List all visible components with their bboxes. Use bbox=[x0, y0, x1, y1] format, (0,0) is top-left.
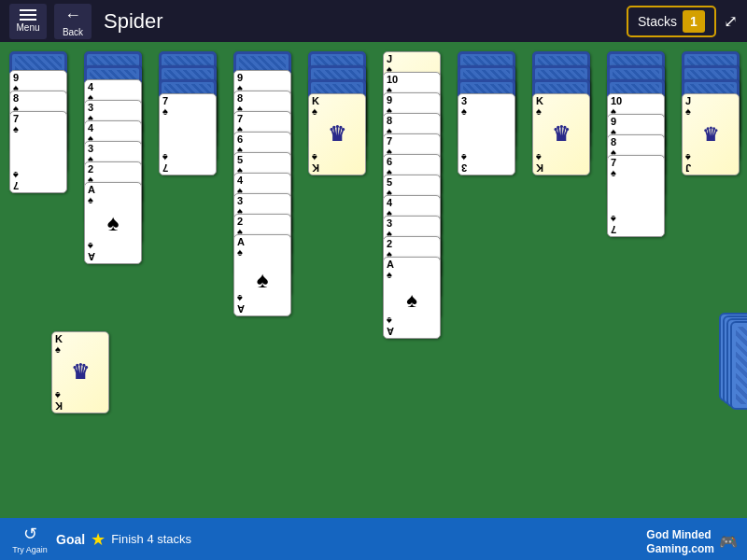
card-7-spades-c9[interactable]: 7♠ 7♠ bbox=[607, 155, 665, 237]
back-button[interactable]: ← Back bbox=[54, 4, 92, 39]
back-label: Back bbox=[63, 27, 83, 37]
goal-star-icon: ★ bbox=[91, 529, 106, 550]
stacks-badge: Stacks 1 bbox=[627, 6, 716, 37]
footer-bar: ↺ Try Again Goal ★ Finish 4 stacks God M… bbox=[0, 518, 747, 560]
game-area: 9♠ 9♠ 8♠ 8♠ 7♠ 7♠ 4♠ 4♠ 3♠ 3♠ 4♠ 4♠ bbox=[0, 42, 747, 518]
card-3-spades-c7[interactable]: 3♠ 3♠ bbox=[458, 93, 515, 175]
card-ace-spades-c6[interactable]: A♠ ♠ A♠ bbox=[383, 257, 441, 339]
try-again-icon: ↺ bbox=[23, 524, 37, 544]
watermark-line2: Gaming.com bbox=[646, 542, 714, 555]
header-bar: Menu ← Back Spider Stacks 1 ⤢ bbox=[0, 0, 747, 42]
goal-section: Goal ★ Finish 4 stacks bbox=[56, 529, 191, 550]
card-7-spades-col3[interactable]: 7♠ 7♠ bbox=[159, 93, 217, 175]
watermark: God Minded Gaming.com 🎮 bbox=[646, 528, 738, 555]
card-ace-spades[interactable]: A♠ ♠ A♠ bbox=[84, 182, 142, 264]
try-again-label: Try Again bbox=[12, 545, 48, 554]
menu-label: Menu bbox=[16, 22, 39, 33]
goal-text: Finish 4 stacks bbox=[111, 532, 191, 546]
try-again-button[interactable]: ↺ Try Again bbox=[11, 524, 49, 554]
expand-button[interactable]: ⤢ bbox=[724, 11, 738, 32]
card-king-spades-c8[interactable]: K♠ ♛ K♠ bbox=[532, 93, 590, 175]
card-7-spades[interactable]: 7♠ 7♠ bbox=[9, 111, 67, 193]
goal-label: Goal bbox=[56, 532, 85, 547]
gamepad-icon: 🎮 bbox=[719, 533, 738, 551]
card-jack-spades-c10[interactable]: J♠ ♛ J♠ bbox=[682, 93, 740, 175]
back-icon: ← bbox=[64, 6, 81, 25]
card-king-spades-c5[interactable]: K♠ ♛ K♠ bbox=[308, 93, 366, 175]
stacks-label: Stacks bbox=[638, 14, 677, 29]
game-title: Spider bbox=[104, 9, 619, 34]
watermark-line1: God Minded bbox=[646, 528, 714, 541]
menu-button[interactable]: Menu bbox=[9, 4, 47, 39]
stacks-count: 1 bbox=[683, 10, 705, 33]
menu-icon bbox=[20, 9, 36, 21]
card-ace-spades-c4[interactable]: A♠ ♠ A♠ bbox=[233, 234, 291, 316]
